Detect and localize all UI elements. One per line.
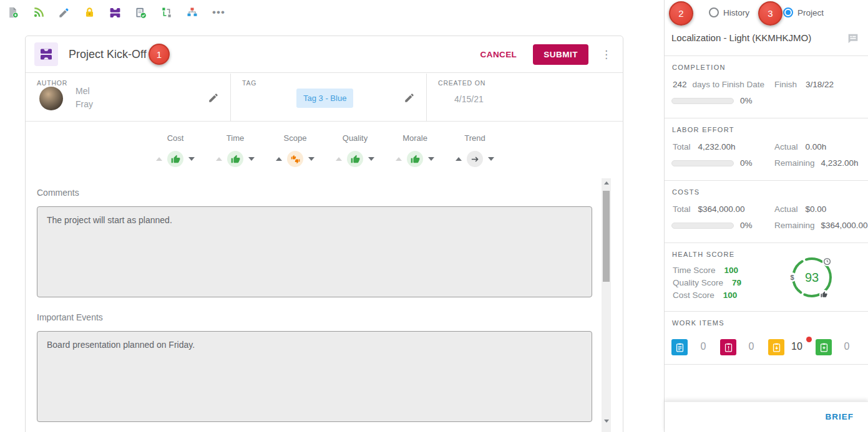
comments-label: Comments <box>37 188 79 198</box>
indicator-scope: Scope <box>265 122 325 171</box>
labor-percent: 0% <box>740 158 753 168</box>
trend-flat-arrow-icon[interactable] <box>467 151 483 167</box>
submit-button[interactable]: SUBMIT <box>533 44 588 65</box>
days-to-finish-label: days to Finish Date <box>693 80 765 89</box>
tasks-count: 0 <box>695 341 711 352</box>
add-document-icon[interactable] <box>6 6 19 19</box>
created-on-section: CREATED ON 4/15/21 <box>427 74 623 121</box>
status-report-icon[interactable] <box>109 6 122 19</box>
work-items-heading: WORK ITEMS <box>672 319 724 327</box>
comments-textarea[interactable]: The project will start as planned. <box>37 206 592 297</box>
pencil-icon[interactable] <box>57 6 71 19</box>
sidebar-footer: BRIEF <box>665 401 868 432</box>
important-events-textarea[interactable]: Board presentation planned on Friday. <box>37 331 592 422</box>
changes-icon[interactable] <box>816 339 832 355</box>
costs-remaining-value: $364,000.00 <box>821 221 868 230</box>
edit-tag-icon[interactable] <box>404 92 415 103</box>
days-to-finish-value: 242 <box>673 80 687 89</box>
page-title: Project Kick-Off <box>69 48 147 61</box>
history-radio[interactable]: History <box>709 7 749 17</box>
author-section: AUTHOR Mel Fray <box>26 74 230 121</box>
tag-section: TAG Tag 3 - Blue <box>230 74 427 121</box>
created-on-value: 4/15/21 <box>454 94 484 104</box>
notes-icon[interactable] <box>846 32 860 46</box>
annotation-badge-3: 3 <box>758 1 783 26</box>
risks-alert-dot <box>806 337 812 342</box>
cancel-button[interactable]: CANCEL <box>480 50 517 59</box>
scope-mixed-thumbs-icon[interactable] <box>287 151 303 167</box>
scope-down-icon[interactable] <box>308 157 315 161</box>
finish-date-value: 3/18/22 <box>806 80 834 89</box>
cost-up-icon[interactable] <box>156 157 162 161</box>
vertical-scrollbar[interactable] <box>602 178 611 432</box>
health-score-ring: 93 $ <box>789 255 834 300</box>
indicator-trend: Trend <box>445 122 505 171</box>
workflow-icon[interactable] <box>160 6 173 19</box>
costs-section: COSTS Total $364,000.00 Actual $0.00 0% … <box>665 181 868 243</box>
report-type-icon <box>34 42 58 66</box>
tasks-icon[interactable] <box>671 339 688 355</box>
costs-total-value: $364,000.00 <box>698 204 745 214</box>
indicator-cost: Cost <box>145 122 205 171</box>
more-menu-icon[interactable]: ⋮ <box>601 48 612 61</box>
labor-total-value: 4,232.00h <box>698 142 736 151</box>
status-report-card: Project Kick-Off CANCEL SUBMIT ⋮ AUTHOR … <box>25 36 623 432</box>
tag-chip[interactable]: Tag 3 - Blue <box>296 89 353 108</box>
work-items-section: WORK ITEMS 0 0 10 0 <box>665 312 868 365</box>
costs-percent: 0% <box>740 221 753 230</box>
indicator-row: Cost Time Scope <box>145 122 505 171</box>
costs-heading: COSTS <box>672 188 700 196</box>
completion-percent: 0% <box>740 96 753 105</box>
feed-icon[interactable] <box>32 6 45 19</box>
health-score-section: HEALTH SCORE Time Score 100 Quality Scor… <box>665 243 868 312</box>
changes-count: 0 <box>839 341 855 352</box>
scope-up-icon[interactable] <box>276 157 282 161</box>
thumb-icon <box>819 290 829 299</box>
time-thumb-up-icon[interactable] <box>227 151 243 167</box>
risks-icon[interactable] <box>768 339 784 355</box>
edit-author-icon[interactable] <box>208 92 219 103</box>
labor-effort-heading: LABOR EFFORT <box>672 126 734 133</box>
indicator-quality: Quality <box>325 122 385 171</box>
scrollbar-thumb[interactable] <box>603 191 610 282</box>
org-chart-icon[interactable] <box>185 6 198 19</box>
issues-count: 0 <box>743 341 759 352</box>
scroll-down-icon[interactable] <box>602 416 611 425</box>
time-up-icon[interactable] <box>216 157 222 161</box>
risks-count: 10 <box>789 341 805 352</box>
health-score-heading: HEALTH SCORE <box>672 251 734 258</box>
project-sidebar: History Project Localization - Light (KK… <box>664 0 868 432</box>
cost-down-icon[interactable] <box>188 157 195 161</box>
project-title-row: Localization - Light (KKMHKJMO) <box>665 25 868 56</box>
dollar-icon: $ <box>788 272 797 282</box>
radio-checked-icon[interactable] <box>783 7 793 17</box>
time-score-value: 100 <box>724 266 739 275</box>
indicator-time: Time <box>205 122 265 171</box>
cost-thumb-up-icon[interactable] <box>167 151 183 167</box>
quality-thumb-up-icon[interactable] <box>347 151 363 167</box>
morale-up-icon[interactable] <box>396 157 402 161</box>
issues-icon[interactable] <box>720 339 736 355</box>
completion-section: COMPLETION 242 days to Finish Date Finis… <box>665 56 868 118</box>
quality-down-icon[interactable] <box>368 157 374 161</box>
scroll-up-icon[interactable] <box>602 178 611 187</box>
radio-unchecked-icon[interactable] <box>709 7 719 17</box>
quality-up-icon[interactable] <box>336 157 342 161</box>
top-toolbar: ••• <box>0 0 624 25</box>
important-events-label: Important Events <box>37 312 103 322</box>
brief-link[interactable]: BRIEF <box>826 412 854 421</box>
project-radio[interactable]: Project <box>783 7 824 17</box>
trend-down-icon[interactable] <box>488 157 494 161</box>
time-down-icon[interactable] <box>248 157 255 161</box>
created-on-label: CREATED ON <box>438 79 485 87</box>
quality-score-value: 79 <box>732 278 741 287</box>
trend-up-icon[interactable] <box>456 157 462 161</box>
morale-thumb-up-icon[interactable] <box>407 151 423 167</box>
card-header: Project Kick-Off CANCEL SUBMIT ⋮ <box>26 36 623 73</box>
lock-icon[interactable] <box>83 6 96 19</box>
more-icon[interactable]: ••• <box>212 6 225 19</box>
report-check-icon[interactable] <box>134 6 147 19</box>
morale-down-icon[interactable] <box>428 157 434 161</box>
labor-actual-value: 0.00h <box>806 142 827 151</box>
avatar <box>39 87 63 110</box>
